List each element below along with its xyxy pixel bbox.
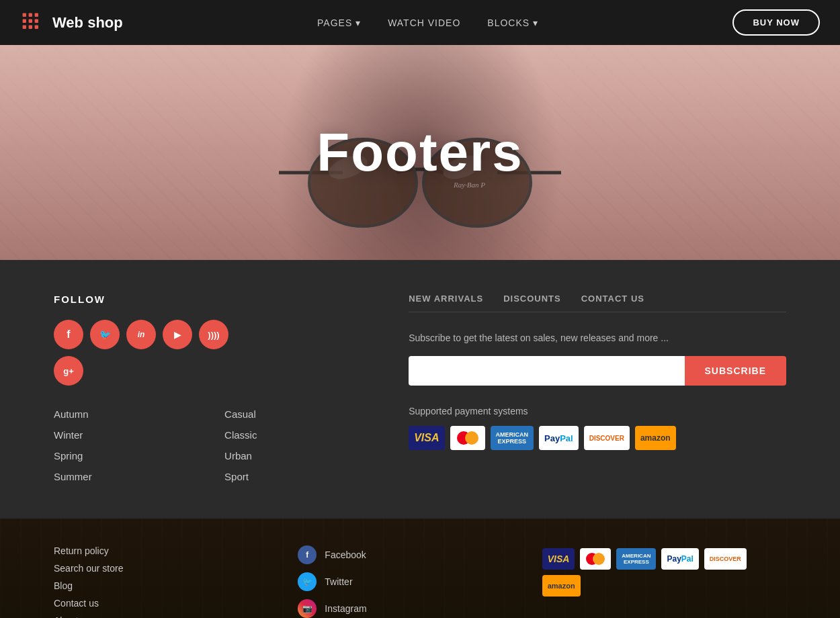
- svg-rect-3: [23, 19, 26, 22]
- link-summer[interactable]: Summer: [54, 468, 198, 485]
- link-spring[interactable]: Spring: [54, 447, 198, 464]
- social-btn-googleplus[interactable]: g+: [54, 356, 83, 386]
- tab-discounts[interactable]: DISCOUNTS: [503, 294, 561, 312]
- link-classic[interactable]: Classic: [224, 427, 368, 443]
- link-search-store[interactable]: Search our store: [54, 563, 298, 574]
- footer-bottom-payment: VISA AMERICANEXPRESS PayPal DISCOVER ama…: [542, 545, 786, 597]
- footer-category-links: Autumn Casual Winter Classic Spring Urba…: [54, 406, 368, 485]
- cart-icon: [20, 11, 44, 35]
- footer-subscribe-col: NEW ARRIVALS DISCOUNTS CONTACT US Subscr…: [409, 294, 786, 485]
- svg-rect-4: [29, 19, 32, 22]
- header: Web shop PAGES ▾ WATCH VIDEO BLOCKS ▾ BU…: [0, 0, 840, 45]
- social-btn-youtube[interactable]: ▶: [163, 320, 192, 349]
- facebook-label: Facebook: [325, 549, 366, 560]
- social-link-facebook[interactable]: f Facebook: [298, 545, 542, 564]
- link-about-us[interactable]: About us: [54, 615, 298, 618]
- tab-contact-us[interactable]: CONTACT US: [581, 294, 644, 312]
- footer-bottom-links: Return policy Search our store Blog Cont…: [54, 545, 298, 618]
- svg-rect-0: [23, 13, 26, 16]
- payment-amex: AMERICANEXPRESS: [491, 426, 534, 450]
- subscribe-email-input[interactable]: [409, 356, 684, 386]
- facebook-icon: f: [298, 545, 317, 564]
- footer-payment-visa: VISA: [542, 548, 575, 570]
- payment-paypal: PayPal: [539, 426, 579, 450]
- nav-blocks[interactable]: BLOCKS ▾: [487, 17, 538, 28]
- logo[interactable]: Web shop: [20, 11, 123, 35]
- social-buttons-row1: f 🐦 in ▶ )))): [54, 320, 368, 349]
- twitter-icon: 🐦: [298, 572, 317, 591]
- payment-icons: VISA AMERICANEXPRESS PayPal DISCOVER ama…: [409, 426, 786, 450]
- payment-amazon: amazon: [635, 426, 676, 450]
- svg-rect-1: [29, 13, 32, 16]
- twitter-label: Twitter: [325, 576, 352, 587]
- social-btn-twitter[interactable]: 🐦: [90, 320, 120, 349]
- footer-nav-tabs: NEW ARRIVALS DISCOUNTS CONTACT US: [409, 294, 786, 312]
- social-link-twitter[interactable]: 🐦 Twitter: [298, 572, 542, 591]
- footer-payment-discover: DISCOVER: [704, 548, 747, 570]
- link-contact-us[interactable]: Contact us: [54, 598, 298, 609]
- payment-discover: DISCOVER: [584, 426, 630, 450]
- footer-payment-amazon: amazon: [542, 575, 581, 597]
- footer-payment-amex: AMERICANEXPRESS: [616, 548, 656, 570]
- main-nav: PAGES ▾ WATCH VIDEO BLOCKS ▾: [317, 17, 538, 28]
- link-sport[interactable]: Sport: [224, 468, 368, 485]
- payment-mastercard: [450, 426, 485, 450]
- follow-title: FOLLOW: [54, 294, 368, 305]
- instagram-icon: 📷: [298, 599, 317, 618]
- footer-mid-section: FOLLOW f 🐦 in ▶ )))) g+ Autumn Casual Wi…: [0, 260, 840, 519]
- footer-payment-paypal: PayPal: [661, 548, 698, 570]
- subscribe-button[interactable]: SUBSCRIBE: [685, 356, 786, 386]
- payment-title: Supported payment systems: [409, 406, 786, 416]
- svg-rect-6: [23, 25, 26, 28]
- logo-text: Web shop: [52, 14, 123, 32]
- social-link-instagram[interactable]: 📷 Instagram: [298, 599, 542, 618]
- tab-new-arrivals[interactable]: NEW ARRIVALS: [409, 294, 483, 312]
- svg-rect-5: [35, 19, 38, 22]
- buy-now-button[interactable]: BUY NOW: [732, 9, 820, 36]
- svg-rect-8: [35, 25, 38, 28]
- social-btn-linkedin[interactable]: in: [126, 320, 156, 349]
- instagram-label: Instagram: [325, 603, 366, 614]
- footer-payment-icons: VISA AMERICANEXPRESS PayPal DISCOVER ama…: [542, 548, 786, 597]
- hero-title: Footers: [317, 122, 523, 183]
- hero-section: Ray·Ban P Footers: [0, 45, 840, 260]
- footer-bottom-section: Return policy Search our store Blog Cont…: [0, 519, 840, 618]
- link-casual[interactable]: Casual: [224, 406, 368, 423]
- link-autumn[interactable]: Autumn: [54, 406, 198, 423]
- svg-rect-7: [29, 25, 32, 28]
- social-buttons-row2: g+: [54, 356, 368, 386]
- link-return-policy[interactable]: Return policy: [54, 545, 298, 556]
- footer-payment-mastercard: [580, 548, 611, 570]
- nav-watch-video[interactable]: WATCH VIDEO: [388, 17, 460, 28]
- subscribe-form: SUBSCRIBE: [409, 356, 786, 386]
- nav-pages[interactable]: PAGES ▾: [317, 17, 361, 28]
- social-btn-facebook[interactable]: f: [54, 320, 83, 349]
- link-urban[interactable]: Urban: [224, 447, 368, 464]
- payment-visa: VISA: [409, 426, 444, 450]
- social-btn-rss[interactable]: )))): [199, 320, 228, 349]
- footer-bottom-social: f Facebook 🐦 Twitter 📷 Instagram ▶ Youtu…: [298, 545, 542, 618]
- svg-rect-2: [35, 13, 38, 16]
- subscribe-description: Subscribe to get the latest on sales, ne…: [409, 331, 786, 345]
- link-blog[interactable]: Blog: [54, 580, 298, 591]
- link-winter[interactable]: Winter: [54, 427, 198, 443]
- footer-follow-col: FOLLOW f 🐦 in ▶ )))) g+ Autumn Casual Wi…: [54, 294, 368, 485]
